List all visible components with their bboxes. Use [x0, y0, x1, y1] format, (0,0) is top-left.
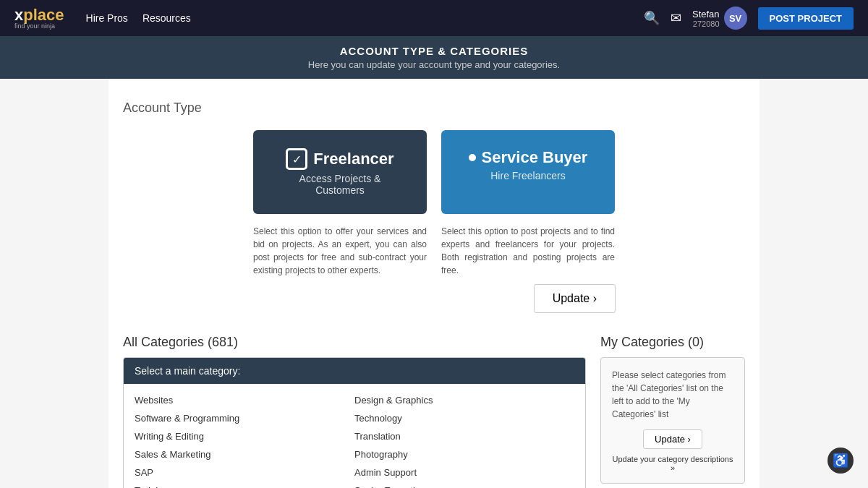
- banner-subtitle: Here you can update your account type an…: [9, 59, 859, 70]
- service-buyer-card-header: Service Buyer: [463, 148, 593, 167]
- my-categories-placeholder: Please select categories from the 'All C…: [612, 369, 733, 421]
- account-cards: ✓ Freelancer Access Projects & Customers…: [123, 130, 745, 214]
- my-categories-update-button[interactable]: Update ›: [643, 429, 702, 449]
- category-item[interactable]: Technology: [354, 409, 574, 427]
- category-item[interactable]: Translation: [354, 427, 574, 445]
- nav-resources[interactable]: Resources: [142, 12, 191, 24]
- category-description-link[interactable]: Update your category descriptions »: [612, 455, 733, 472]
- categories-col2: Design & GraphicsTechnologyTranslationPh…: [354, 391, 574, 488]
- account-type-update-button[interactable]: Update ›: [534, 284, 616, 313]
- service-buyer-description: Select this option to post projects and …: [441, 225, 615, 277]
- accessibility-icon: ♿: [833, 453, 848, 468]
- categories-section: All Categories (681) Select a main categ…: [123, 335, 745, 488]
- category-item[interactable]: Senior Executives: [354, 481, 574, 488]
- categories-box: Select a main category: WebsitesSoftware…: [123, 357, 586, 488]
- post-project-button[interactable]: POST PROJECT: [758, 7, 854, 30]
- freelancer-title: Freelancer: [313, 150, 393, 168]
- banner: ACCOUNT TYPE & CATEGORIES Here you can u…: [0, 36, 868, 79]
- categories-col1: WebsitesSoftware & ProgrammingWriting & …: [135, 391, 354, 488]
- account-type-title: Account Type: [123, 100, 745, 116]
- user-id: 272080: [692, 20, 720, 28]
- my-categories-panel: My Categories (0) Please select categori…: [600, 335, 745, 488]
- banner-title: ACCOUNT TYPE & CATEGORIES: [9, 45, 859, 57]
- service-buyer-card[interactable]: Service Buyer Hire Freelancers: [441, 130, 615, 214]
- all-categories-title: All Categories (681): [123, 335, 586, 350]
- all-categories-panel: All Categories (681) Select a main categ…: [123, 335, 586, 488]
- avatar[interactable]: SV: [724, 7, 747, 30]
- service-buyer-subtitle: Hire Freelancers: [463, 170, 593, 181]
- nav-hire-pros[interactable]: Hire Pros: [86, 12, 128, 24]
- header: xplace find your ninja Hire Pros Resourc…: [0, 0, 868, 36]
- search-icon[interactable]: 🔍: [644, 10, 660, 26]
- card-descriptions: Select this option to offer your service…: [123, 225, 745, 277]
- category-item[interactable]: Websites: [135, 391, 354, 409]
- category-item[interactable]: Sales & Marketing: [135, 445, 354, 463]
- user-name: Stefan: [692, 9, 720, 20]
- my-categories-title: My Categories (0): [600, 335, 745, 350]
- accessibility-button[interactable]: ♿: [827, 448, 854, 474]
- category-item[interactable]: Training: [135, 481, 354, 488]
- my-categories-box: Please select categories from the 'All C…: [600, 357, 745, 484]
- category-item[interactable]: Software & Programming: [135, 409, 354, 427]
- category-item[interactable]: SAP: [135, 463, 354, 481]
- header-left: xplace find your ninja Hire Pros Resourc…: [14, 7, 191, 30]
- category-item[interactable]: Admin Support: [354, 463, 574, 481]
- category-item[interactable]: Design & Graphics: [354, 391, 574, 409]
- categories-grid: WebsitesSoftware & ProgrammingWriting & …: [124, 384, 585, 488]
- nav: Hire Pros Resources: [86, 12, 191, 24]
- header-right: 🔍 ✉ Stefan 272080 SV POST PROJECT: [644, 7, 854, 30]
- logo: xplace find your ninja: [14, 7, 64, 30]
- categories-select-header: Select a main category:: [124, 358, 585, 384]
- mail-icon[interactable]: ✉: [671, 10, 681, 26]
- category-item[interactable]: Writing & Editing: [135, 427, 354, 445]
- freelancer-description: Select this option to offer your service…: [253, 225, 427, 277]
- check-icon: ✓: [286, 148, 307, 170]
- freelancer-subtitle: Access Projects & Customers: [275, 173, 405, 196]
- freelancer-card-header: ✓ Freelancer: [275, 148, 405, 170]
- category-item[interactable]: Photography: [354, 445, 574, 463]
- main-content: Account Type ✓ Freelancer Access Project…: [109, 79, 760, 488]
- user-info: Stefan 272080 SV: [692, 7, 747, 30]
- logo-tagline: find your ninja: [14, 23, 64, 30]
- service-buyer-title: Service Buyer: [482, 148, 588, 167]
- dot-icon: [469, 154, 476, 161]
- freelancer-card[interactable]: ✓ Freelancer Access Projects & Customers: [253, 130, 427, 214]
